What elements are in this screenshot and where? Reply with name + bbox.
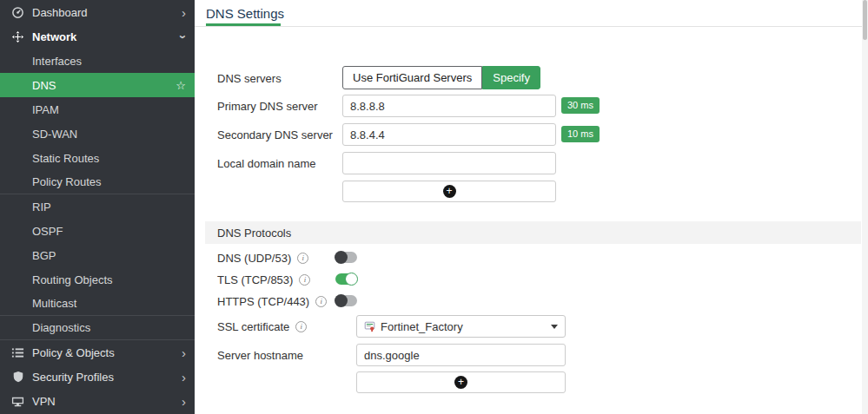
plus-icon: + <box>454 376 467 389</box>
sidebar-item-label: DNS <box>32 79 56 92</box>
info-icon[interactable]: i <box>295 321 307 332</box>
sidebar-item-vpn[interactable]: VPN › <box>0 389 195 413</box>
caret-down-icon <box>551 325 558 329</box>
primary-latency-badge: 30 ms <box>561 97 600 114</box>
https-tcp-label: HTTPS (TCP/443) i <box>217 294 327 308</box>
dns-servers-label: DNS servers <box>217 71 282 85</box>
sidebar-item-label: Multicast <box>32 297 76 310</box>
sidebar-item-dns[interactable]: DNS ☆ <box>0 73 195 97</box>
sidebar-item-multicast[interactable]: Multicast <box>0 292 195 316</box>
toggle-knob <box>335 294 348 307</box>
sidebar-item-interfaces[interactable]: Interfaces <box>0 49 195 73</box>
tls-tcp-label: TLS (TCP/853) i <box>217 273 310 286</box>
sidebar-item-static-routes[interactable]: Static Routes <box>0 146 195 170</box>
network-icon <box>10 30 25 43</box>
sidebar-item-policy-objects[interactable]: Policy & Objects › <box>0 340 195 365</box>
dns-udp-label: DNS (UDP/53) i <box>217 251 308 265</box>
sidebar-item-routing-objects[interactable]: Routing Objects <box>0 267 195 292</box>
sidebar-item-sdwan[interactable]: SD-WAN <box>0 122 195 146</box>
sidebar-item-label: RIP <box>32 200 51 214</box>
sidebar-item-label: BGP <box>32 249 56 262</box>
https-tcp-toggle[interactable] <box>335 295 357 306</box>
use-fortiguard-servers-button[interactable]: Use FortiGuard Servers <box>342 66 482 89</box>
sidebar-item-label: Dashboard <box>32 6 88 19</box>
favorite-star-icon[interactable]: ☆ <box>176 80 186 91</box>
chevron-right-icon: › <box>182 395 186 408</box>
sidebar-item-rip[interactable]: RIP <box>0 194 195 219</box>
sidebar-item-label: OSPF <box>32 225 63 238</box>
info-icon[interactable]: i <box>315 296 327 307</box>
info-icon[interactable]: i <box>297 253 308 264</box>
plus-icon: + <box>443 185 456 198</box>
fortigate-dns-settings-screen: Dashboard › Network › Interfaces DNS ☆ I… <box>0 0 868 414</box>
secondary-latency-badge: 10 ms <box>561 126 600 142</box>
sidebar-item-label: Network <box>32 30 76 43</box>
dns-udp-toggle[interactable] <box>335 252 357 263</box>
page-title: DNS Settings <box>206 6 284 21</box>
ssl-certificate-select[interactable]: Fortinet_Factory <box>356 315 566 338</box>
sidebar-item-bgp[interactable]: BGP <box>0 243 195 267</box>
specify-button[interactable]: Specify <box>482 66 540 89</box>
sidebar-item-security-profiles[interactable]: Security Profiles › <box>0 365 195 389</box>
sidebar-item-label: Static Routes <box>32 152 99 165</box>
chevron-down-icon: › <box>177 35 190 39</box>
chevron-right-icon: › <box>182 346 186 359</box>
scrollbar-thumb[interactable] <box>863 0 867 40</box>
dns-servers-segment: Use FortiGuard Servers Specify <box>342 66 540 89</box>
scrollbar[interactable] <box>862 0 868 414</box>
sidebar: Dashboard › Network › Interfaces DNS ☆ I… <box>0 0 195 414</box>
sidebar-item-ipam[interactable]: IPAM <box>0 97 195 122</box>
monitor-icon <box>10 395 25 408</box>
tls-tcp-toggle[interactable] <box>335 273 357 285</box>
local-domain-input[interactable] <box>342 152 556 174</box>
sidebar-item-network[interactable]: Network › <box>0 24 195 49</box>
main-content: DNS Settings DNS servers Use FortiGuard … <box>195 0 868 414</box>
add-dns-server-button[interactable]: + <box>342 181 556 202</box>
sidebar-item-policy-routes[interactable]: Policy Routes <box>0 170 195 194</box>
dashboard-icon <box>10 6 25 19</box>
sidebar-item-label: SD-WAN <box>32 128 77 141</box>
certificate-icon <box>364 321 375 332</box>
sidebar-item-label: Security Profiles <box>32 371 114 384</box>
ssl-certificate-value: Fortinet_Factory <box>381 320 463 333</box>
header-divider <box>195 26 868 27</box>
sidebar-item-diagnostics[interactable]: Diagnostics <box>0 316 195 340</box>
secondary-dns-input[interactable] <box>342 123 556 146</box>
info-icon[interactable]: i <box>299 274 310 286</box>
ssl-certificate-label: SSL certificate i <box>217 319 307 333</box>
toggle-knob <box>335 251 348 264</box>
sidebar-item-label: Policy Routes <box>32 175 101 188</box>
chevron-right-icon: › <box>182 371 186 384</box>
primary-dns-input[interactable] <box>342 95 556 117</box>
sidebar-item-label: Diagnostics <box>32 321 90 334</box>
sidebar-item-label: Routing Objects <box>32 273 113 286</box>
sidebar-item-dashboard[interactable]: Dashboard › <box>0 0 195 24</box>
secondary-dns-label: Secondary DNS server <box>217 128 333 141</box>
sidebar-item-label: VPN <box>32 395 56 408</box>
sidebar-item-label: Policy & Objects <box>32 346 115 359</box>
sidebar-item-label: IPAM <box>32 103 59 116</box>
sidebar-item-label: Interfaces <box>32 55 82 68</box>
shield-icon <box>10 371 25 383</box>
add-server-hostname-button[interactable]: + <box>356 371 566 393</box>
server-hostname-label: Server hostname <box>217 348 303 362</box>
primary-dns-label: Primary DNS server <box>217 99 318 113</box>
toggle-knob <box>345 273 358 286</box>
local-domain-label: Local domain name <box>217 156 315 170</box>
server-hostname-input[interactable] <box>356 344 566 366</box>
dns-protocols-section-header: DNS Protocols <box>205 221 861 244</box>
policy-objects-icon <box>10 346 25 359</box>
chevron-right-icon: › <box>182 6 186 19</box>
sidebar-item-ospf[interactable]: OSPF <box>0 219 195 243</box>
